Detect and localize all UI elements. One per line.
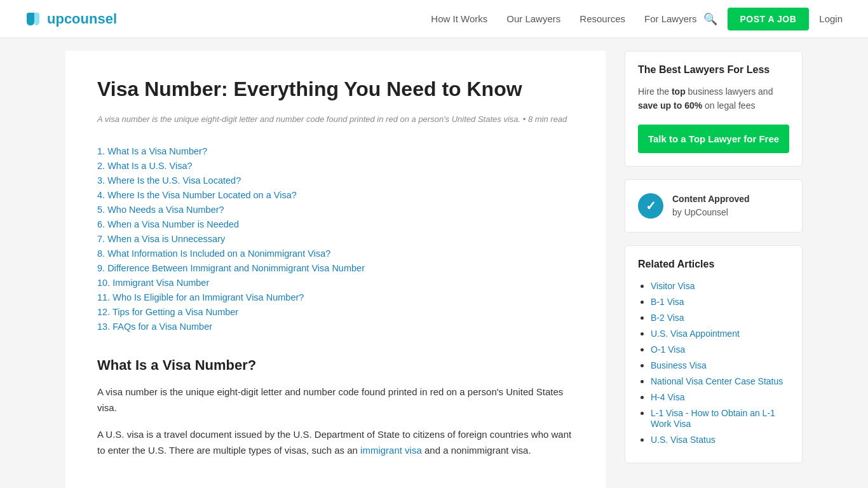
page-wrapper: Visa Number: Everything You Need to Know… [53, 38, 815, 488]
nav-resources[interactable]: Resources [580, 13, 625, 24]
post-job-button[interactable]: POST A JOB [728, 8, 810, 30]
related-articles-card: Related Articles Visitor Visa B-1 Visa B… [625, 245, 803, 463]
list-item: 5. Who Needs a Visa Number? [97, 204, 574, 215]
list-item: 2. What Is a U.S. Visa? [97, 160, 574, 171]
best-lawyers-text: Hire the top business lawyers and save u… [638, 85, 789, 113]
related-link-1[interactable]: Visitor Visa [651, 281, 695, 291]
toc-link-7[interactable]: 7. When a Visa is Unnecessary [97, 234, 225, 244]
search-icon[interactable]: 🔍 [703, 12, 717, 26]
navbar: upcounsel How It Works Our Lawyers Resou… [0, 0, 868, 38]
related-link-3[interactable]: B-2 Visa [651, 313, 684, 323]
related-link-9[interactable]: L-1 Visa - How to Obtain an L-1 Work Vis… [651, 408, 775, 429]
list-item: B-1 Visa [651, 296, 789, 307]
immigrant-visa-link[interactable]: immigrant visa [360, 445, 422, 456]
toc-link-1[interactable]: 1. What Is a Visa Number? [97, 146, 207, 156]
toc-link-13[interactable]: 13. FAQs for a Visa Number [97, 322, 212, 332]
main-content: Visa Number: Everything You Need to Know… [65, 51, 606, 488]
nav-how-it-works[interactable]: How It Works [431, 13, 487, 24]
content-approved-block: ✓ Content Approved by UpCounsel [638, 193, 789, 219]
toc-link-8[interactable]: 8. What Information Is Included on a Non… [97, 248, 330, 259]
talk-to-lawyer-button[interactable]: Talk to a Top Lawyer for Free [638, 125, 789, 153]
list-item: 3. Where Is the U.S. Visa Located? [97, 175, 574, 186]
list-item: 1. What Is a Visa Number? [97, 146, 574, 156]
toc-link-2[interactable]: 2. What Is a U.S. Visa? [97, 161, 193, 171]
approved-badge-icon: ✓ [638, 193, 663, 219]
list-item: H-4 Visa [651, 391, 789, 402]
list-item: 4. Where Is the Visa Number Located on a… [97, 189, 574, 200]
table-of-contents: 1. What Is a Visa Number? 2. What Is a U… [97, 146, 574, 332]
list-item: U.S. Visa Status [651, 434, 789, 445]
related-link-10[interactable]: U.S. Visa Status [651, 435, 715, 445]
section1-heading: What Is a Visa Number? [97, 357, 574, 374]
logo-link[interactable]: upcounsel [25, 10, 117, 28]
checkmark-icon: ✓ [646, 198, 656, 214]
toc-link-11[interactable]: 11. Who Is Eligible for an Immigrant Vis… [97, 292, 304, 302]
logo-icon [25, 10, 43, 28]
toc-link-4[interactable]: 4. Where Is the Visa Number Located on a… [97, 190, 297, 200]
sidebar: The Best Lawyers For Less Hire the top b… [625, 51, 803, 488]
list-item: Business Visa [651, 360, 789, 370]
best-lawyers-title: The Best Lawyers For Less [638, 64, 789, 76]
article-meta: A visa number is the unique eight-digit … [97, 113, 574, 126]
list-item: U.S. Visa Appointment [651, 328, 789, 339]
related-articles-list: Visitor Visa B-1 Visa B-2 Visa U.S. Visa… [638, 280, 789, 445]
list-item: 10. Immigrant Visa Number [97, 277, 574, 288]
list-item: 6. When a Visa Number is Needed [97, 219, 574, 229]
related-link-4[interactable]: U.S. Visa Appointment [651, 329, 740, 339]
related-link-7[interactable]: National Visa Center Case Status [651, 376, 783, 386]
nav-for-lawyers[interactable]: For Lawyers [644, 13, 697, 24]
logo-text: upcounsel [47, 11, 117, 27]
toc-link-10[interactable]: 10. Immigrant Visa Number [97, 278, 209, 288]
list-item: B-2 Visa [651, 312, 789, 323]
list-item: 8. What Information Is Included on a Non… [97, 248, 574, 259]
related-link-8[interactable]: H-4 Visa [651, 392, 684, 402]
toc-link-12[interactable]: 12. Tips for Getting a Visa Number [97, 307, 238, 317]
nav-our-lawyers[interactable]: Our Lawyers [506, 13, 560, 24]
article-title: Visa Number: Everything You Need to Know [97, 76, 574, 102]
login-link[interactable]: Login [819, 13, 843, 24]
list-item: 7. When a Visa is Unnecessary [97, 233, 574, 244]
list-item: 11. Who Is Eligible for an Immigrant Vis… [97, 292, 574, 302]
related-link-5[interactable]: O-1 Visa [651, 344, 685, 355]
toc-link-9[interactable]: 9. Difference Between Immigrant and Noni… [97, 263, 365, 273]
content-approved-card: ✓ Content Approved by UpCounsel [625, 179, 803, 233]
list-item: O-1 Visa [651, 344, 789, 355]
toc-link-6[interactable]: 6. When a Visa Number is Needed [97, 219, 239, 229]
list-item: L-1 Visa - How to Obtain an L-1 Work Vis… [651, 407, 789, 429]
related-link-2[interactable]: B-1 Visa [651, 297, 684, 307]
approved-text: Content Approved by UpCounsel [672, 193, 750, 219]
nav-links: How It Works Our Lawyers Resources For L… [431, 13, 696, 24]
toc-link-3[interactable]: 3. Where Is the U.S. Visa Located? [97, 175, 241, 186]
related-link-6[interactable]: Business Visa [651, 360, 707, 370]
list-item: 13. FAQs for a Visa Number [97, 321, 574, 332]
list-item: 12. Tips for Getting a Visa Number [97, 306, 574, 317]
related-articles-title: Related Articles [638, 259, 789, 270]
list-item: Visitor Visa [651, 280, 789, 291]
best-lawyers-card: The Best Lawyers For Less Hire the top b… [625, 51, 803, 166]
list-item: 9. Difference Between Immigrant and Noni… [97, 262, 574, 273]
list-item: National Visa Center Case Status [651, 376, 789, 386]
section1-para1: A visa number is the unique eight-digit … [97, 384, 574, 416]
section1-para2: A U.S. visa is a travel document issued … [97, 426, 574, 459]
toc-link-5[interactable]: 5. Who Needs a Visa Number? [97, 205, 224, 215]
